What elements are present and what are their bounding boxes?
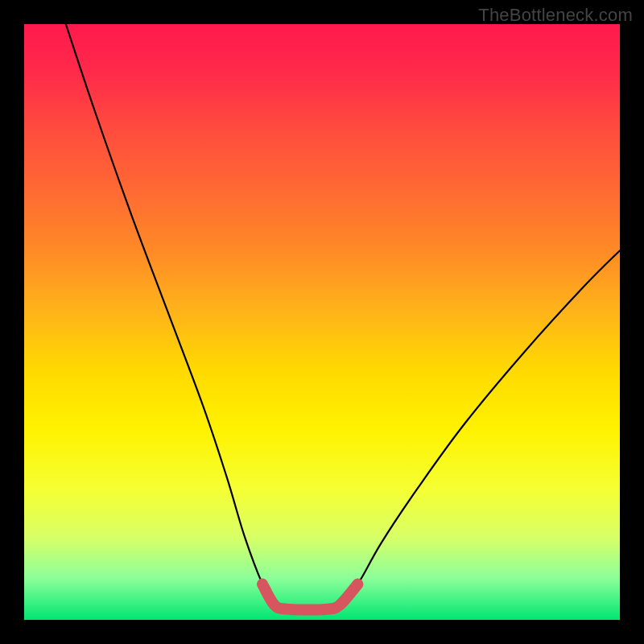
chart-container: TheBottleneck.com	[0, 0, 644, 644]
black-curve	[66, 24, 620, 609]
plot-area	[24, 24, 620, 620]
red-trough-overlay	[262, 584, 357, 610]
chart-svg	[24, 24, 620, 620]
watermark-text: TheBottleneck.com	[478, 5, 633, 26]
